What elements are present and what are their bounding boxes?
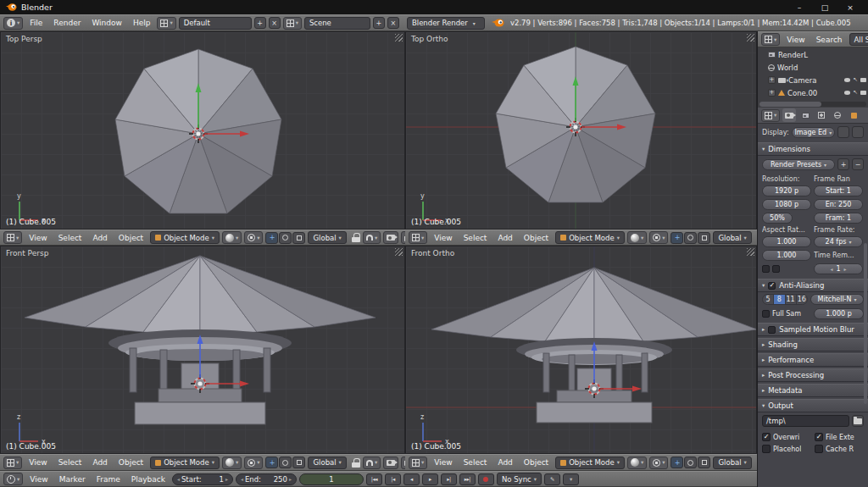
next-keyframe-button[interactable]: ▸| xyxy=(441,473,457,485)
area-corner-handle[interactable] xyxy=(395,248,403,256)
orientation-dropdown[interactable]: Global▾ xyxy=(308,231,346,244)
full-sample-checkbox[interactable] xyxy=(762,310,770,318)
crop-checkbox[interactable] xyxy=(772,265,780,273)
end-frame-field[interactable]: ◂End:250▸ xyxy=(236,473,297,485)
menu-view[interactable]: View xyxy=(782,36,809,44)
menu-select[interactable]: Select xyxy=(459,458,492,467)
translate-manipulator-icon[interactable]: + xyxy=(670,232,683,244)
editor-outliner-button[interactable]: ▾ xyxy=(761,33,780,46)
menu-view[interactable]: View xyxy=(25,234,51,242)
menu-view[interactable]: View xyxy=(25,458,51,467)
mode-dropdown[interactable]: Object Mode▾ xyxy=(150,457,220,469)
file-browse-button[interactable] xyxy=(852,415,864,427)
editor-type-button[interactable]: ▾ xyxy=(409,457,427,469)
menu-playback[interactable]: Playback xyxy=(127,475,170,484)
scrollbar-thumb[interactable] xyxy=(760,102,821,107)
tab-object[interactable] xyxy=(847,108,860,122)
fps-dropdown[interactable]: 24 fps xyxy=(814,236,863,247)
resolution-percentage-slider[interactable]: 50% xyxy=(762,213,793,224)
editor-type-button[interactable]: ▾ xyxy=(409,231,427,244)
aa-samples-5-button[interactable]: 5 xyxy=(763,295,774,304)
section-post-processing[interactable]: ▸ Post Processing xyxy=(758,368,868,382)
aspect-y-slider[interactable]: 1.000 xyxy=(762,250,811,261)
area-corner-handle[interactable] xyxy=(747,248,754,256)
frame-step-slider[interactable]: Fram: 1 xyxy=(814,213,863,224)
renderability-icon[interactable] xyxy=(860,91,866,95)
close-button[interactable]: × xyxy=(837,0,863,14)
file-extensions-checkbox[interactable]: ✓ File Exte xyxy=(815,433,865,441)
area-corner-handle[interactable] xyxy=(747,34,754,42)
jump-to-start-button[interactable]: |◂◂ xyxy=(366,473,382,485)
outliner-horizontal-scrollbar[interactable] xyxy=(760,102,866,107)
editor-info-button[interactable]: i▾ xyxy=(3,17,23,30)
menu-window[interactable]: Window xyxy=(87,19,126,27)
orientation-dropdown[interactable]: Global▾ xyxy=(308,457,346,469)
menu-view[interactable]: View xyxy=(25,475,52,484)
shading-dropdown[interactable]: ▾ xyxy=(627,231,647,244)
maximize-button[interactable]: □ xyxy=(812,0,837,14)
editor-type-button[interactable]: ▾ xyxy=(3,457,22,469)
mode-dropdown[interactable]: Object Mode▾ xyxy=(555,231,625,244)
section-performance[interactable]: ▸ Performance xyxy=(758,353,868,367)
translate-manipulator-icon[interactable]: + xyxy=(265,232,278,244)
aa-filter-dropdown[interactable]: Mitchell-N xyxy=(810,294,864,305)
menu-add[interactable]: Add xyxy=(88,234,111,242)
filter-size-slider[interactable]: 1.000 p xyxy=(814,308,864,319)
anti-aliasing-checkbox[interactable]: ✓ xyxy=(768,282,776,290)
add-scene-button[interactable]: + xyxy=(373,17,385,29)
section-anti-aliasing[interactable]: ▾ ✓ Anti-Aliasing xyxy=(758,279,868,292)
play-button[interactable]: ▸ xyxy=(422,473,438,485)
scale-manipulator-icon[interactable] xyxy=(292,457,305,468)
scale-manipulator-icon[interactable] xyxy=(698,457,710,468)
rotate-manipulator-icon[interactable] xyxy=(279,232,292,244)
visibility-icon[interactable] xyxy=(844,91,850,95)
menu-file[interactable]: File xyxy=(25,19,47,27)
tab-render-layers[interactable] xyxy=(798,108,812,122)
add-screen-button[interactable]: + xyxy=(254,17,266,29)
outliner-item-camera[interactable]: + Camera ↖ xyxy=(758,74,868,86)
keying-set-button[interactable]: ▾ xyxy=(563,473,579,485)
menu-add[interactable]: Add xyxy=(493,458,516,467)
remove-preset-button[interactable]: − xyxy=(852,158,864,170)
full-sample-toggle[interactable]: Full Sam xyxy=(762,310,811,318)
shading-dropdown[interactable]: ▾ xyxy=(222,457,242,469)
aa-samples-8-button[interactable]: 8 xyxy=(774,295,785,304)
snap-button[interactable]: ▾ xyxy=(363,457,381,469)
tab-world[interactable] xyxy=(831,108,844,122)
pivot-dropdown[interactable]: ▾ xyxy=(649,457,668,469)
overwrite-checkbox[interactable]: ✓ Overwri xyxy=(762,433,813,441)
renderability-icon[interactable] xyxy=(860,78,866,82)
selectability-icon[interactable]: ↖ xyxy=(853,77,858,83)
tab-render[interactable] xyxy=(782,108,796,122)
frame-start-slider[interactable]: Start: 1 xyxy=(814,185,863,196)
render-opengl-button[interactable] xyxy=(383,457,398,469)
scale-manipulator-icon[interactable] xyxy=(292,232,305,244)
tab-scene[interactable] xyxy=(815,108,828,122)
menu-search[interactable]: Search xyxy=(812,36,847,44)
menu-frame[interactable]: Frame xyxy=(92,475,125,484)
display-mode-dropdown[interactable]: Image Ed xyxy=(792,127,835,138)
menu-add[interactable]: Add xyxy=(493,234,516,242)
menu-select[interactable]: Select xyxy=(54,234,86,242)
aa-samples-11-button[interactable]: 11 xyxy=(786,295,797,304)
play-reverse-button[interactable]: ◂ xyxy=(403,473,420,485)
jump-to-end-button[interactable]: ▸▸| xyxy=(459,473,476,485)
translate-manipulator-icon[interactable]: + xyxy=(670,457,683,468)
lock-icon[interactable] xyxy=(352,232,360,243)
properties-scrollbar[interactable] xyxy=(864,243,867,404)
menu-view[interactable]: View xyxy=(430,234,456,242)
outliner-item-world[interactable]: World xyxy=(758,61,868,74)
snap-button[interactable]: ▾ xyxy=(363,231,381,244)
viewport-front-ortho[interactable]: zx Front Ortho (1) Cube.005 xyxy=(405,246,757,454)
render-opengl-button[interactable] xyxy=(383,231,398,244)
scene-dropdown[interactable]: Scene xyxy=(304,17,370,30)
outliner-item-renderlayer[interactable]: RenderL xyxy=(758,48,868,61)
menu-select[interactable]: Select xyxy=(54,458,86,467)
time-remap-slider[interactable]: 1 xyxy=(814,263,863,274)
delete-scene-button[interactable]: × xyxy=(387,17,399,29)
minimize-button[interactable]: – xyxy=(787,0,812,14)
resolution-y-slider[interactable]: 1080 p xyxy=(762,199,811,210)
menu-object[interactable]: Object xyxy=(114,458,147,467)
lock-icon[interactable] xyxy=(352,457,360,468)
rotate-manipulator-icon[interactable] xyxy=(279,457,292,468)
